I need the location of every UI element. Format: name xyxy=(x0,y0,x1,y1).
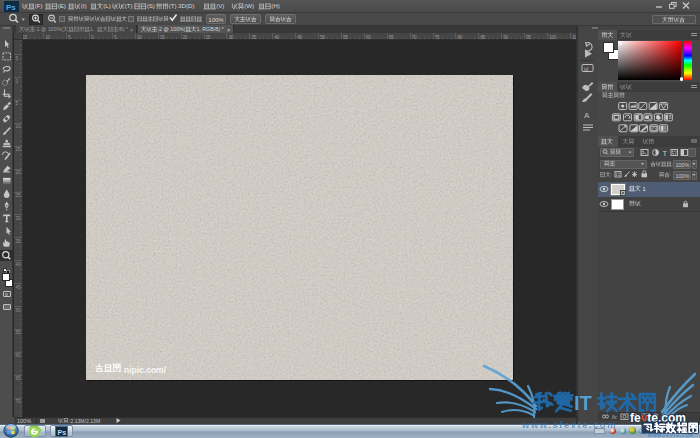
svg-text:IT: IT xyxy=(574,392,592,414)
svg-text:www.sfevte.com: www.sfevte.com xyxy=(521,419,617,430)
